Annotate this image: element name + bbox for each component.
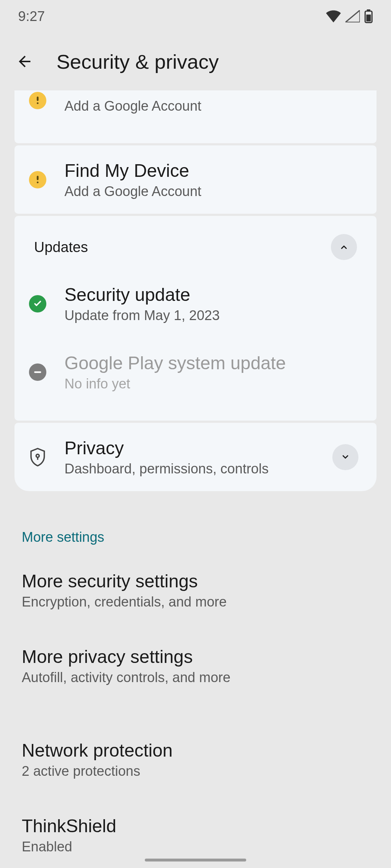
- status-icons: [326, 9, 373, 23]
- google-account-card[interactable]: Add a Google Account: [14, 90, 377, 143]
- more-settings-header: More settings: [0, 493, 391, 552]
- updates-title: Updates: [34, 239, 88, 255]
- status-bar: 9:27: [0, 0, 391, 33]
- card-text: Security update Update from May 1, 2023: [64, 284, 358, 323]
- minus-icon: [29, 363, 46, 381]
- svg-rect-2: [366, 14, 371, 21]
- nav-handle[interactable]: [145, 859, 246, 861]
- thinkshield-item[interactable]: ThinkShield Enabled: [0, 797, 391, 868]
- battery-icon: [364, 9, 373, 23]
- card-text: Add a Google Account: [64, 96, 358, 114]
- svg-rect-3: [37, 97, 39, 101]
- svg-rect-5: [37, 176, 39, 180]
- chevron-down-icon: [340, 452, 351, 463]
- item-title: ThinkShield: [22, 815, 369, 837]
- cell-signal-icon: [345, 10, 360, 22]
- card-text: Find My Device Add a Google Account: [64, 160, 358, 199]
- more-security-settings-item[interactable]: More security settings Encryption, crede…: [0, 552, 391, 628]
- svg-rect-4: [37, 102, 39, 104]
- privacy-card[interactable]: Privacy Dashboard, permissions, controls: [14, 423, 377, 491]
- item-subtitle: Autofill, activity controls, and more: [22, 670, 369, 685]
- card-text: Google Play system update No info yet: [64, 352, 358, 392]
- item-title: Security update: [64, 284, 358, 306]
- find-my-device-card[interactable]: Find My Device Add a Google Account: [14, 145, 377, 214]
- shield-icon: [30, 448, 46, 467]
- play-system-update-item[interactable]: Google Play system update No info yet: [14, 338, 377, 406]
- content-area: Add a Google Account Find My Device Add …: [0, 90, 391, 868]
- card-subtitle: Add a Google Account: [64, 98, 358, 114]
- back-button[interactable]: [14, 51, 35, 72]
- more-privacy-settings-item[interactable]: More privacy settings Autofill, activity…: [0, 628, 391, 703]
- svg-rect-6: [37, 181, 39, 183]
- warning-icon: [29, 171, 46, 188]
- item-subtitle: No info yet: [64, 376, 358, 392]
- arrow-left-icon: [16, 53, 33, 70]
- collapse-button[interactable]: [331, 234, 357, 260]
- updates-card: Updates Security update Update from May …: [14, 216, 377, 421]
- warning-icon: [29, 92, 46, 109]
- check-icon: [29, 295, 46, 312]
- item-subtitle: Encryption, credentials, and more: [22, 594, 369, 610]
- item-title: Network protection: [22, 740, 369, 761]
- item-subtitle: 2 active protections: [22, 763, 369, 779]
- network-protection-item[interactable]: Network protection 2 active protections: [0, 703, 391, 797]
- app-header: Security & privacy: [0, 33, 391, 90]
- security-update-item[interactable]: Security update Update from May 1, 2023: [14, 269, 377, 338]
- card-subtitle: Add a Google Account: [64, 184, 358, 199]
- card-text: Privacy Dashboard, permissions, controls: [64, 437, 314, 477]
- item-title: More privacy settings: [22, 646, 369, 668]
- svg-point-8: [36, 454, 39, 457]
- page-title: Security & privacy: [56, 50, 219, 73]
- expand-button[interactable]: [332, 444, 358, 470]
- wifi-icon: [326, 10, 341, 22]
- card-title: Find My Device: [64, 160, 358, 182]
- item-subtitle: Enabled: [22, 839, 369, 855]
- item-subtitle: Update from May 1, 2023: [64, 308, 358, 323]
- updates-header[interactable]: Updates: [14, 216, 377, 269]
- item-title: Google Play system update: [64, 352, 358, 374]
- status-time: 9:27: [18, 9, 45, 24]
- item-title: More security settings: [22, 570, 369, 592]
- chevron-up-icon: [339, 242, 349, 252]
- card-subtitle: Dashboard, permissions, controls: [64, 461, 314, 477]
- card-title: Privacy: [64, 437, 314, 459]
